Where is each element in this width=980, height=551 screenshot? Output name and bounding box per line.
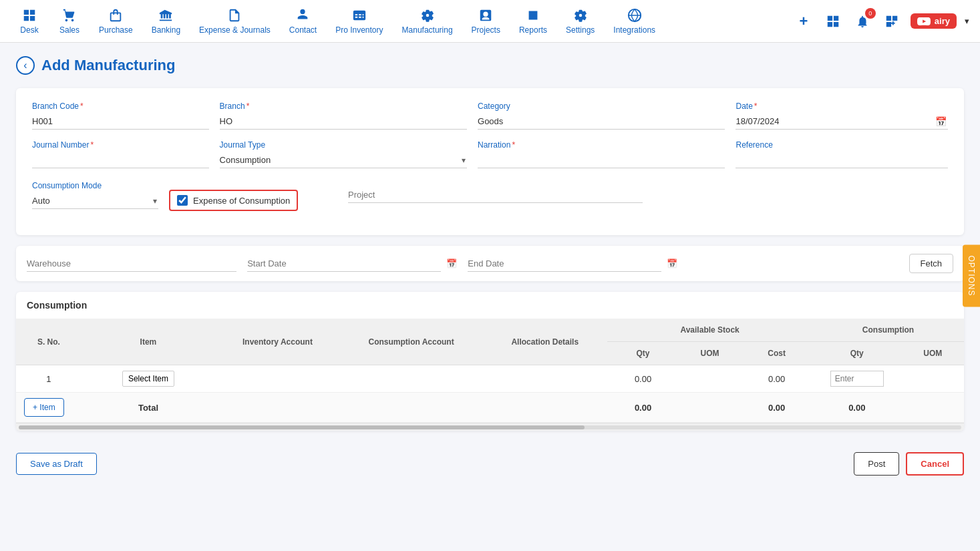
youtube-button[interactable]: airy [911, 13, 957, 29]
fetch-button[interactable]: Fetch [909, 254, 954, 273]
scrollbar-track [19, 425, 961, 429]
journal-type-select[interactable]: Consumption [220, 152, 467, 168]
consumption-table-wrap: S. No. Item Inventory Account Consumptio… [16, 319, 964, 423]
nav-sales[interactable]: Sales [51, 4, 88, 39]
branch-input[interactable] [220, 114, 467, 130]
consumption-table: S. No. Item Inventory Account Consumptio… [16, 319, 964, 423]
page-header: ‹ Add Manufacturing [16, 56, 964, 75]
options-tab[interactable]: OPTIONS [963, 244, 980, 307]
branch-code-input[interactable] [32, 114, 209, 130]
inventory-account-input[interactable] [220, 374, 335, 384]
project-input[interactable] [348, 187, 643, 203]
total-qty: 0.00 [607, 393, 679, 423]
col-item: Item [81, 319, 215, 365]
nav-desk[interactable]: Desk [11, 4, 48, 39]
branch-label: Branch [220, 102, 467, 111]
nav-settings[interactable]: Settings [558, 4, 603, 39]
add-button[interactable]: + [793, 11, 814, 32]
table-body: 1 Select Item 0.00 0.00 [16, 365, 964, 423]
cons-qty-input[interactable] [830, 371, 884, 387]
cancel-button[interactable]: Cancel [906, 452, 964, 476]
col-consumption-group: Consumption [812, 319, 964, 342]
warehouse-group [27, 256, 236, 272]
branch-code-label: Branch Code [32, 102, 209, 111]
col-sno: S. No. [16, 319, 81, 365]
consumption-mode-select-wrap: Auto ▾ [32, 193, 158, 209]
consumption-mode-label: Consumption Mode [32, 181, 158, 190]
grid-view-button[interactable] [822, 11, 844, 32]
category-group: Category [478, 102, 725, 130]
nav-banking[interactable]: Banking [144, 4, 188, 39]
notification-button[interactable]: 0 [852, 11, 873, 32]
nav-items: Desk Sales Purchase Banking Expense & Jo… [11, 4, 793, 39]
expense-checkbox[interactable] [177, 195, 188, 206]
cell-item: Select Item [81, 365, 215, 393]
consumption-mode-select[interactable]: Auto [32, 193, 158, 209]
end-date-input[interactable] [468, 256, 661, 272]
youtube-label: airy [935, 16, 950, 26]
journal-type-select-wrap: Consumption ▾ [220, 152, 467, 168]
end-date-group: 📅 [468, 256, 677, 272]
dashboard-button[interactable] [881, 11, 903, 32]
col-available-stock-group: Available Stock [607, 319, 812, 342]
calendar-icon[interactable]: 📅 [935, 116, 947, 127]
total-empty-1 [215, 393, 340, 423]
cell-uom [679, 365, 741, 393]
reference-input[interactable] [736, 152, 948, 168]
table-row: 1 Select Item 0.00 0.00 [16, 365, 964, 393]
add-item-button[interactable]: + Item [24, 398, 64, 417]
nav-expense-journals[interactable]: Expense & Journals [191, 4, 279, 39]
cell-allocation-details [482, 365, 607, 393]
cell-cons-qty [812, 365, 901, 393]
add-item-cell: + Item [16, 393, 81, 423]
total-label-cell: Total [81, 393, 215, 423]
cell-qty: 0.00 [607, 365, 679, 393]
col-cost: Cost [741, 342, 812, 365]
page-footer: Save as Draft Post Cancel [16, 441, 964, 486]
total-label: Total [138, 403, 158, 413]
filter-row: 📅 📅 Fetch [16, 246, 964, 281]
table-header-group-row: S. No. Item Inventory Account Consumptio… [16, 319, 964, 342]
date-input[interactable] [736, 114, 948, 130]
warehouse-input[interactable] [27, 256, 236, 272]
post-button[interactable]: Post [854, 452, 899, 476]
form-row-1: Branch Code Branch Category Date 📅 [32, 102, 948, 130]
top-navigation: Desk Sales Purchase Banking Expense & Jo… [0, 0, 980, 43]
scrollbar-thumb [19, 425, 585, 429]
nav-reports[interactable]: Reports [511, 4, 555, 39]
nav-purchase[interactable]: Purchase [91, 4, 141, 39]
col-uom: UOM [679, 342, 741, 365]
narration-label: Narration [478, 140, 725, 150]
start-date-calendar-icon[interactable]: 📅 [446, 258, 457, 268]
journal-number-input[interactable] [32, 152, 209, 168]
nav-manufacturing[interactable]: Manufacturing [394, 4, 461, 39]
consumption-section-title: Consumption [16, 292, 964, 319]
nav-projects[interactable]: Projects [464, 4, 508, 39]
reference-label: Reference [736, 140, 948, 150]
journal-number-group: Journal Number [32, 140, 209, 168]
horizontal-scrollbar[interactable] [16, 423, 964, 431]
total-empty-2 [340, 393, 483, 423]
consumption-account-input[interactable] [345, 374, 478, 384]
select-item-button[interactable]: Select Item [122, 371, 174, 387]
nav-pro-inventory[interactable]: Pro Inventory [327, 4, 391, 39]
nav-contact[interactable]: Contact [281, 4, 325, 39]
nav-integrations[interactable]: Integrations [605, 4, 663, 39]
narration-group: Narration [478, 140, 725, 168]
branch-group: Branch [220, 102, 467, 130]
journal-number-label: Journal Number [32, 140, 209, 150]
category-input[interactable] [478, 114, 725, 130]
user-dropdown[interactable]: ▾ [965, 16, 969, 26]
narration-input[interactable] [478, 152, 725, 168]
cell-inventory-account [215, 365, 340, 393]
date-group: Date 📅 [736, 102, 948, 130]
back-button[interactable]: ‹ [16, 56, 35, 75]
save-draft-button[interactable]: Save as Draft [16, 453, 97, 475]
start-date-group: 📅 [247, 256, 457, 272]
start-date-input[interactable] [247, 256, 441, 272]
journal-type-group: Journal Type Consumption ▾ [220, 140, 467, 168]
expense-checkbox-label[interactable]: Expense of Consumption [169, 190, 298, 211]
end-date-calendar-icon[interactable]: 📅 [667, 258, 677, 268]
nav-right: + 0 airy ▾ [793, 11, 969, 32]
form-card: Branch Code Branch Category Date 📅 [16, 88, 964, 235]
